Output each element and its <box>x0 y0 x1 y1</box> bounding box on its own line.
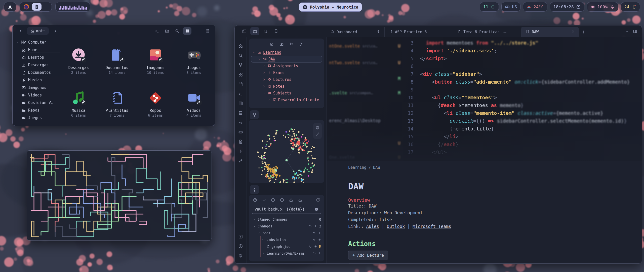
widget-volume[interactable]: 100% <box>587 2 618 12</box>
git-plus-action[interactable] <box>314 245 317 248</box>
music-widget[interactable]: Polyphia - Neurotica <box>299 3 362 12</box>
widget-weather[interactable]: 24°C <box>523 2 547 12</box>
git-plus-action[interactable] <box>318 231 321 234</box>
git-row-root[interactable]: root <box>252 229 321 236</box>
git-undo-action[interactable] <box>313 231 316 234</box>
git-row--obsidian[interactable]: .obsidian <box>252 236 321 243</box>
sidebar-item-musica[interactable]: Musica <box>16 76 58 84</box>
tab-tema-6-pr-cticas-[interactable]: Tema 6 Prácticas -… <box>453 27 521 37</box>
git-undo-action[interactable] <box>313 252 316 255</box>
tree-item-learning[interactable]: Learning <box>251 49 322 56</box>
search-button[interactable] <box>261 27 270 35</box>
git-undo-action[interactable] <box>313 238 316 241</box>
folder-musica[interactable]: Musica6 items <box>59 82 98 125</box>
ribbon-table-button[interactable] <box>238 98 243 108</box>
git-row-staged-changes[interactable]: Staged Changes0 <box>252 216 321 223</box>
tree-item-subjects[interactable]: Subjects <box>251 90 322 96</box>
link-aules[interactable]: Aules <box>366 224 379 229</box>
ribbon-file-search-button[interactable] <box>238 137 243 146</box>
graph-view-tab[interactable] <box>250 110 259 119</box>
launcher-button[interactable] <box>4 2 16 12</box>
ribbon-layout-button[interactable] <box>238 70 243 79</box>
git-row-graph-json[interactable]: graph.jsonM <box>252 243 321 250</box>
git-row-learning-daw-exams[interactable]: Learning/DAW/Exams <box>252 250 321 257</box>
folder-videos[interactable]: Videos4 items <box>175 82 213 125</box>
widget-notifications[interactable]: 24 <box>621 2 640 12</box>
grid-view-button[interactable] <box>183 27 191 35</box>
git-plus-circle-button[interactable] <box>271 198 275 202</box>
explorer-sort-button[interactable] <box>289 42 294 46</box>
tree-item-exams[interactable]: !Exams <box>251 69 322 76</box>
bookmark-button[interactable] <box>271 27 280 35</box>
ribbon-code-button[interactable]: <% <box>238 118 243 127</box>
widget-keyboard-layout[interactable]: US <box>501 2 520 12</box>
sidebar-item-juegos[interactable]: Juegos <box>16 114 58 122</box>
close-tab[interactable] <box>571 30 575 34</box>
tab-dashboard[interactable]: Dashboard <box>326 27 385 37</box>
folder-documentos[interactable]: Documentos14 items <box>98 40 136 82</box>
search-view-button[interactable] <box>173 27 181 35</box>
panel-button[interactable] <box>240 27 249 35</box>
new-tab-button[interactable] <box>579 28 588 36</box>
graph-gear-button[interactable] <box>315 125 320 130</box>
ribbon-gamepad-button[interactable] <box>238 127 243 137</box>
git-download2-button[interactable] <box>298 198 302 202</box>
git-check-button[interactable] <box>262 198 266 202</box>
folder-juegos[interactable]: Juegos8 items <box>175 40 213 82</box>
folder-o-button[interactable] <box>250 27 259 35</box>
ribbon-search-button[interactable] <box>238 51 243 60</box>
ribbon-dollar-button[interactable]: $ <box>238 146 243 156</box>
folder-imagenes[interactable]: Imagenes10 items <box>136 40 175 82</box>
git-plus-action[interactable] <box>318 238 321 241</box>
widget-updates[interactable]: 11 <box>480 2 499 12</box>
tree-item-assignments[interactable]: Assignments <box>251 62 322 69</box>
git-undo-action[interactable] <box>309 245 312 248</box>
forward-button[interactable] <box>51 27 59 35</box>
sidebar-item-imagenes[interactable]: Imagenes <box>16 84 58 91</box>
git-upload-button[interactable] <box>289 198 293 202</box>
folder-plus-view-button[interactable] <box>163 27 171 35</box>
sidebar-item-repos[interactable]: Repos <box>16 107 58 114</box>
ribbon-git-fork-button[interactable] <box>238 60 243 70</box>
tree-item-notes[interactable]: Notes <box>251 83 322 90</box>
git-row-changes[interactable]: Changes2 <box>252 223 321 229</box>
sidebar-item-home[interactable]: Home <box>16 46 58 54</box>
sidebar-item-desktop[interactable]: Desktop <box>16 54 58 61</box>
sidebar-item-descargas[interactable]: Descargas <box>16 61 58 69</box>
folder-plantillas[interactable]: Plantillas7 items <box>98 82 136 125</box>
git-plus-action[interactable] <box>314 224 317 228</box>
folder-repos[interactable]: Repos6 items <box>136 82 175 125</box>
git-up-circle-button[interactable] <box>253 198 257 202</box>
notes-app-icon[interactable] <box>32 3 42 11</box>
sidebar-item-videos[interactable]: Videos <box>16 91 58 99</box>
sidebar-item-obsidian-v-[interactable]: Obsidian V… <box>16 99 58 107</box>
ribbon-home-button[interactable] <box>238 41 243 51</box>
sidebar-item-documentos[interactable]: Documentos <box>16 69 58 76</box>
ribbon-vault-button[interactable] <box>238 232 243 241</box>
tree-item-daw[interactable]: DAW <box>251 56 322 62</box>
ribbon-book-button[interactable] <box>238 108 243 118</box>
graph-wand-button[interactable] <box>315 132 320 137</box>
ribbon-help-button[interactable] <box>238 241 243 251</box>
graph-canvas[interactable] <box>249 120 324 183</box>
git-plus-action[interactable] <box>318 252 321 255</box>
tree-item-lectures[interactable]: Lectures <box>251 76 322 83</box>
explorer-edit-button[interactable] <box>270 42 274 46</box>
ribbon-gear-button[interactable] <box>238 251 243 260</box>
tab-daw[interactable]: DAW <box>521 27 579 37</box>
tab-asp-practice-6[interactable]: ASP Practice 6 <box>385 27 453 37</box>
git-undo-action[interactable] <box>309 224 312 228</box>
ribbon-tools-button[interactable] <box>238 156 243 165</box>
git-refresh-button[interactable] <box>316 198 320 202</box>
explorer-folder-plus-button[interactable] <box>279 42 284 46</box>
explorer-collapse-button[interactable] <box>299 42 303 46</box>
widget-clock[interactable]: 18:08:28 <box>550 2 584 12</box>
folder-descargas[interactable]: Descargas2 items <box>59 40 98 82</box>
sidebar-section-my-computer[interactable]: My Computer <box>16 40 58 45</box>
git-minus-circle-button[interactable] <box>280 198 284 202</box>
note-breadcrumb[interactable]: Learning / DAW <box>348 165 642 170</box>
git-list2-button[interactable] <box>307 198 311 202</box>
link-outlook[interactable]: Outlook <box>387 224 405 229</box>
compact-view-button[interactable] <box>203 27 212 35</box>
git-view-tab[interactable] <box>250 185 259 194</box>
